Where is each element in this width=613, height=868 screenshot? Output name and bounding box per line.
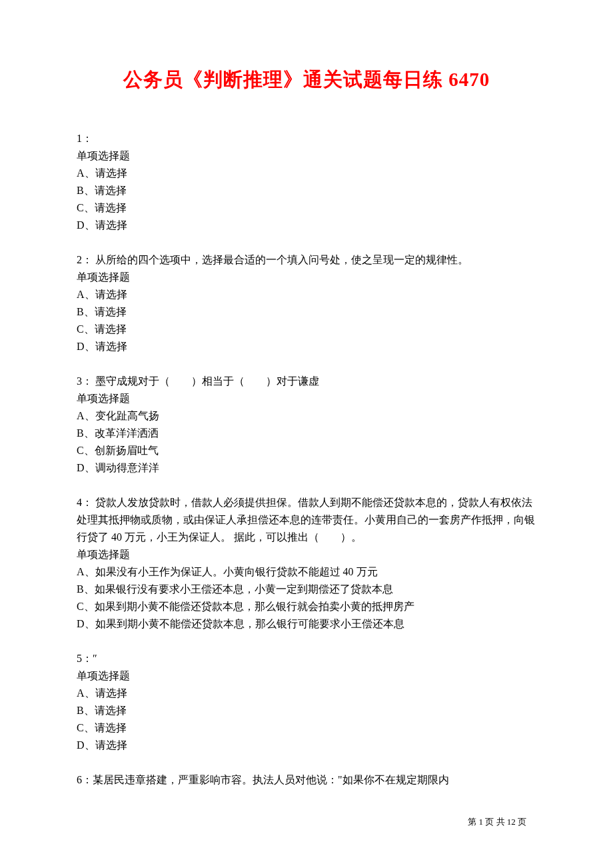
question-number: 3：	[77, 375, 93, 387]
question-stem: 贷款人发放贷款时，借款人必须提供担保。借款人到期不能偿还贷款本息的，贷款人有权依…	[77, 497, 535, 543]
question-text: 4： 贷款人发放贷款时，借款人必须提供担保。借款人到期不能偿还贷款本息的，贷款人…	[77, 497, 535, 543]
question-stem: ″	[93, 653, 97, 664]
question-2: 2： 从所给的四个选项中，选择最合适的一个填入问号处，使之呈现一定的规律性。 单…	[77, 251, 536, 355]
question-5: 5：″ 单项选择题 A、请选择 B、请选择 C、请选择 D、请选择	[77, 650, 536, 754]
question-3: 3： 墨守成规对于（ ）相当于（ ）对于谦虚 单项选择题 A、变化趾高气扬 B、…	[77, 373, 536, 477]
question-option: D、请选择	[77, 737, 536, 754]
question-type: 单项选择题	[77, 390, 536, 407]
question-stem: 某居民违章搭建，严重影响市容。执法人员对他说："如果你不在规定期限内	[93, 774, 449, 785]
question-number: 4：	[77, 497, 93, 508]
question-text: 2： 从所给的四个选项中，选择最合适的一个填入问号处，使之呈现一定的规律性。	[77, 254, 468, 265]
question-1: 1： 单项选择题 A、请选择 B、请选择 C、请选择 D、请选择	[77, 130, 536, 234]
question-option: B、请选择	[77, 303, 536, 321]
question-type: 单项选择题	[77, 269, 536, 286]
question-option: D、调动得意洋洋	[77, 459, 536, 477]
question-option: A、请选择	[77, 286, 536, 303]
page-footer: 第 1 页 共 12 页	[468, 816, 526, 828]
document-page: 公务员《判断推理》通关试题每日练 6470 1： 单项选择题 A、请选择 B、请…	[0, 0, 613, 839]
question-option: C、请选择	[77, 719, 536, 737]
question-option: D、请选择	[77, 217, 536, 234]
question-number: 1：	[77, 130, 536, 147]
question-option: C、请选择	[77, 321, 536, 338]
question-type: 单项选择题	[77, 667, 536, 685]
question-option: B、请选择	[77, 702, 536, 719]
document-title: 公务员《判断推理》通关试题每日练 6470	[77, 67, 536, 93]
question-text: 6：某居民违章搭建，严重影响市容。执法人员对他说："如果你不在规定期限内	[77, 774, 449, 785]
question-option: A、如果没有小王作为保证人。小黄向银行贷款不能超过 40 万元	[77, 563, 536, 581]
question-option: A、请选择	[77, 685, 536, 702]
question-option: B、如果银行没有要求小王偿还本息，小黄一定到期偿还了贷款本息	[77, 581, 536, 598]
question-option: D、如果到期小黄不能偿还贷款本息，那么银行可能要求小王偿还本息	[77, 615, 536, 633]
question-number: 6：	[77, 774, 93, 785]
question-number: 5：	[77, 653, 93, 664]
question-type: 单项选择题	[77, 546, 536, 563]
question-4: 4： 贷款人发放贷款时，借款人必须提供担保。借款人到期不能偿还贷款本息的，贷款人…	[77, 494, 536, 633]
question-option: B、请选择	[77, 182, 536, 199]
question-text: 5：″	[77, 653, 97, 664]
question-stem: 从所给的四个选项中，选择最合适的一个填入问号处，使之呈现一定的规律性。	[93, 254, 468, 265]
question-type: 单项选择题	[77, 147, 536, 165]
question-option: A、请选择	[77, 165, 536, 182]
question-option: B、改革洋洋洒洒	[77, 425, 536, 442]
question-6: 6：某居民违章搭建，严重影响市容。执法人员对他说："如果你不在规定期限内	[77, 771, 536, 789]
question-option: C、请选择	[77, 199, 536, 217]
question-number: 2：	[77, 254, 93, 265]
question-text: 3： 墨守成规对于（ ）相当于（ ）对于谦虚	[77, 375, 319, 387]
question-option: C、创新扬眉吐气	[77, 442, 536, 459]
question-option: D、请选择	[77, 338, 536, 355]
question-option: A、变化趾高气扬	[77, 407, 536, 425]
question-option: C、如果到期小黄不能偿还贷款本息，那么银行就会拍卖小黄的抵押房产	[77, 598, 536, 615]
question-stem: 墨守成规对于（ ）相当于（ ）对于谦虚	[93, 375, 319, 387]
